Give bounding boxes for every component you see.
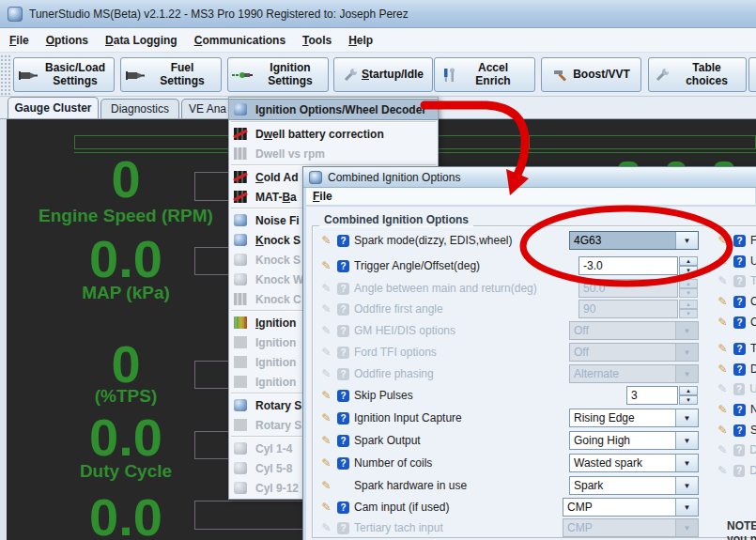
help-icon[interactable]: ? — [733, 296, 746, 308]
spark-hardware-combo[interactable]: Spark ▼ — [569, 476, 699, 495]
ignition-input-capture-combo[interactable]: Rising Edge ▼ — [569, 409, 699, 427]
help-icon[interactable]: ? — [337, 412, 349, 424]
java-app-icon — [309, 171, 322, 184]
menu-item-ignition-options-wheel-decoder[interactable]: Ignition Options/Wheel Decoder — [229, 99, 438, 120]
row-oddfire-first-angle: ✎ ? Oddfire first angle 90 ▲▼ — [320, 300, 756, 318]
combo-value: CMP — [563, 519, 675, 536]
menu-communications[interactable]: Communications — [186, 30, 294, 51]
tab-ve-analyze[interactable]: VE Ana — [181, 99, 234, 118]
spinner-down-icon[interactable]: ▼ — [679, 395, 698, 405]
right-row-u-disabled: ✎?U — [717, 379, 756, 398]
toolbar-button-basic-load-settings[interactable]: Basic/Load Settings — [13, 57, 115, 92]
pencil-icon: ✎ — [320, 479, 332, 492]
main-menubar: File Options Data Logging Communications… — [0, 28, 756, 53]
window-titlebar[interactable]: TunerStudio MS(Beta) v2.1.22 - MS3 Pro 1… — [0, 0, 756, 28]
tab-diagnostics[interactable]: Diagnostics — [100, 99, 179, 118]
combo-arrow-icon[interactable]: ▼ — [675, 455, 698, 471]
spinner-down-icon: ▼ — [679, 288, 698, 298]
toolbar-grip[interactable] — [0, 54, 12, 95]
field-label: F — [750, 234, 756, 247]
combo-arrow-icon[interactable]: ▼ — [675, 499, 698, 516]
pencil-icon: ✎ — [320, 367, 332, 380]
dialog-menu-file[interactable]: File — [313, 190, 332, 203]
toolbar-button-partial[interactable] — [748, 57, 756, 92]
help-icon[interactable]: ? — [733, 424, 746, 437]
help-icon[interactable]: ? — [733, 404, 746, 416]
toolbar-button-fuel-settings[interactable]: Fuel Settings — [120, 57, 222, 92]
help-icon: ? — [337, 325, 349, 337]
help-icon[interactable]: ? — [733, 316, 746, 329]
dialog-titlebar[interactable]: Combined Ignition Options — [303, 167, 756, 188]
menu-help[interactable]: Help — [340, 30, 381, 51]
row-ford-tfi: ✎ ? Ford TFI options Off ▼ — [320, 343, 756, 362]
spark-mode-combo[interactable]: 4G63 ▼ — [569, 231, 699, 250]
spinner-up-icon[interactable]: ▲ — [679, 386, 698, 395]
oddfire-first-angle-spinner: 90 ▲▼ — [579, 300, 698, 318]
combo-arrow-icon[interactable]: ▼ — [675, 477, 698, 494]
row-angle-main-return: ✎ ? Angle between main and return(deg) 5… — [320, 279, 756, 298]
note-text-line1: NOTE: S — [727, 519, 756, 532]
combo-arrow-icon[interactable]: ▼ — [675, 432, 698, 449]
table-icon-disabled — [234, 147, 247, 160]
combined-ignition-options-dialog: Combined Ignition Options File Combined … — [302, 166, 756, 540]
field-label: C — [750, 316, 756, 329]
menu-data-logging[interactable]: Data Logging — [97, 30, 186, 51]
pencil-icon: ✎ — [320, 411, 332, 424]
help-icon[interactable]: ? — [733, 343, 746, 355]
menu-item-label: Ignition — [255, 336, 296, 349]
pencil-icon: ✎ — [320, 521, 332, 534]
menu-item-label: Ignition Options/Wheel Decoder — [255, 103, 426, 116]
menu-item-dwell-battery-correction[interactable]: Dwell battery correction — [229, 124, 438, 144]
menu-item-label: Knock S — [255, 254, 301, 267]
pencil-icon: ✎ — [717, 464, 729, 477]
pencil-icon: ✎ — [717, 295, 729, 308]
toolbar-button-accel-enrich[interactable]: Accel Enrich — [434, 57, 535, 92]
spinner-value[interactable]: 3 — [626, 386, 678, 405]
spinner-value: 50.0 — [579, 279, 678, 298]
cam-input-combo[interactable]: CMP ▼ — [563, 498, 699, 517]
help-icon[interactable]: ? — [337, 457, 349, 470]
menu-item-label: Cyl 1-4 — [255, 442, 292, 455]
tab-gauge-cluster[interactable]: Gauge Cluster — [8, 97, 99, 118]
field-label: D — [750, 363, 756, 376]
toolbar-button-boost-vvt[interactable]: Boost/VVT — [541, 57, 641, 92]
combo-arrow-icon: ▼ — [675, 365, 698, 382]
help-icon[interactable]: ? — [337, 435, 349, 447]
menu-item-label: Ignition — [255, 316, 296, 330]
trigger-angle-spinner[interactable]: -3.0 ▲▼ — [579, 256, 698, 275]
menu-tools[interactable]: Tools — [294, 30, 340, 51]
help-icon[interactable]: ? — [733, 255, 746, 268]
help-icon[interactable]: ? — [337, 235, 349, 247]
toolbar-button-label: Accel Enrich — [459, 62, 527, 86]
toolbar-button-label: Ignition Settings — [256, 62, 324, 86]
combo-value: Wasted spark — [570, 455, 675, 471]
toolbar-button-label: Startup/Idle — [362, 69, 424, 81]
spinner-up-icon[interactable]: ▲ — [679, 256, 698, 266]
row-oddfire-phasing: ✎ ? Oddfire phasing Alternate ▼ — [320, 364, 756, 383]
combo-arrow-icon[interactable]: ▼ — [675, 409, 698, 426]
toolbar-button-table-choices[interactable]: Table choices — [648, 57, 747, 92]
combo-arrow-icon[interactable]: ▼ — [675, 232, 698, 249]
spinner-down-icon[interactable]: ▼ — [679, 266, 698, 275]
menu-item-label: MAT-Ba — [255, 191, 297, 204]
help-icon[interactable]: ? — [337, 260, 349, 272]
help-icon[interactable]: ? — [733, 235, 746, 247]
table-icon — [234, 171, 247, 183]
spinner-value[interactable]: -3.0 — [579, 256, 678, 275]
help-icon[interactable]: ? — [733, 363, 746, 376]
toolbar-button-startup-idle[interactable]: Startup/Idle — [333, 57, 433, 92]
number-of-coils-combo[interactable]: Wasted spark ▼ — [569, 454, 699, 472]
toolbar-button-ignition-settings[interactable]: Ignition Settings — [227, 57, 329, 92]
row-gm-hei-dis: ✎ ? GM HEI/DIS options Off ▼ — [320, 321, 756, 340]
field-label: Ford TFI options — [354, 346, 437, 359]
menu-options[interactable]: Options — [38, 30, 97, 51]
spark-output-combo[interactable]: Going High ▼ — [569, 431, 699, 450]
menu-file[interactable]: File — [1, 30, 38, 51]
help-icon[interactable]: ? — [337, 390, 349, 402]
tab-label: VE Ana — [189, 102, 226, 116]
main-toolbar: Basic/Load Settings Fuel Settings Igniti… — [0, 53, 756, 97]
skip-pulses-spinner[interactable]: 3 ▲▼ — [626, 386, 698, 405]
spark-plug-icon — [232, 69, 253, 81]
help-icon[interactable]: ? — [337, 501, 349, 514]
box-icon-disabled — [234, 356, 247, 368]
